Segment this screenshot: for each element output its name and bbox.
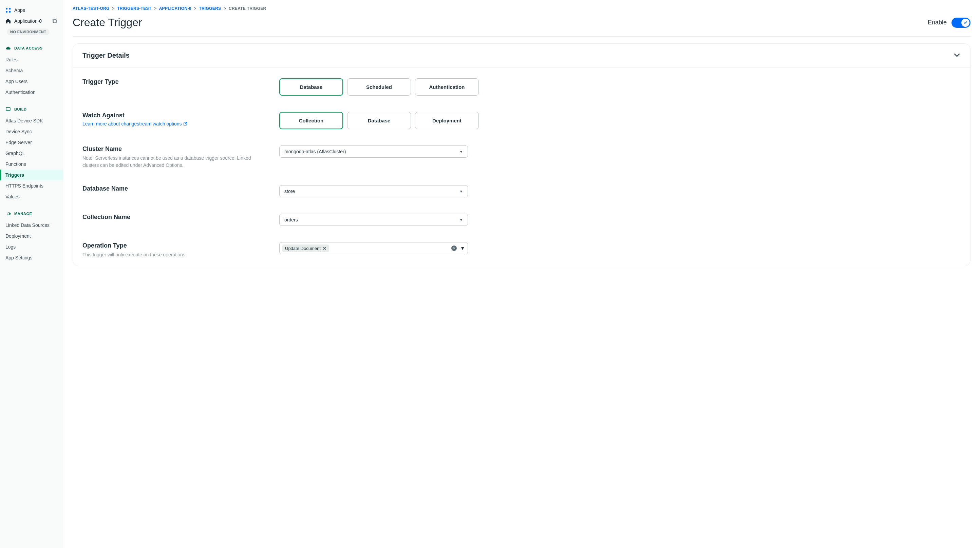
breadcrumb-org[interactable]: ATLAS-TEST-ORG — [73, 6, 110, 11]
chevron-down-icon — [953, 51, 961, 60]
row-database-name: Database Name store ▼ — [83, 177, 961, 205]
sidebar-item-app-settings[interactable]: App Settings — [0, 252, 63, 263]
toggle-knob — [961, 19, 969, 27]
watch-collection[interactable]: Collection — [279, 112, 343, 129]
select-collection-name[interactable]: orders ▼ — [279, 214, 468, 226]
sidebar-item-triggers[interactable]: Triggers — [0, 170, 63, 180]
svg-rect-2 — [6, 11, 8, 13]
sidebar-app-name[interactable]: Application-0 — [0, 16, 63, 27]
select-database-name[interactable]: store ▼ — [279, 185, 468, 197]
sidebar-header-build: BUILD — [0, 104, 63, 114]
sidebar-item-https-endpoints[interactable]: HTTPS Endpoints — [0, 180, 63, 191]
card-title: Trigger Details — [83, 52, 130, 59]
sidebar-item-graphql[interactable]: GraphQL — [0, 148, 63, 159]
select-database-value: store — [284, 189, 295, 194]
desc-cluster-name: Note: Serverless instances cannot be use… — [83, 155, 266, 169]
env-badge: NO ENVIRONMENT — [7, 29, 49, 35]
chip-update-document: Update Document ✕ — [282, 245, 329, 252]
link-changestream-docs[interactable]: Learn more about changestream watch opti… — [83, 121, 187, 127]
sidebar-item-linked-data-sources[interactable]: Linked Data Sources — [0, 220, 63, 230]
sidebar-header-manage: MANAGE — [0, 208, 63, 219]
clear-all-icon[interactable]: ✕ — [451, 246, 457, 251]
external-link-icon — [183, 122, 187, 126]
app-name-label: Application-0 — [14, 18, 42, 24]
label-collection-name: Collection Name — [83, 214, 266, 221]
sidebar-apps[interactable]: Apps — [0, 5, 63, 16]
sidebar-item-atlas-device-sdk[interactable]: Atlas Device SDK — [0, 115, 63, 126]
home-icon — [5, 18, 11, 24]
breadcrumb-sep: > — [154, 6, 156, 11]
svg-rect-4 — [53, 20, 56, 23]
segmented-watch-against: Collection Database Deployment — [279, 112, 961, 129]
select-cluster-name[interactable]: mongodb-atlas (AtlasCluster) ▼ — [279, 146, 468, 158]
caret-down-icon: ▼ — [460, 218, 463, 222]
breadcrumb-sep: > — [224, 6, 226, 11]
sidebar-item-app-users[interactable]: App Users — [0, 76, 63, 87]
laptop-icon — [5, 106, 11, 112]
watch-database[interactable]: Database — [347, 112, 411, 129]
sidebar-item-edge-server[interactable]: Edge Server — [0, 137, 63, 148]
row-watch-against: Watch Against Learn more about changestr… — [83, 104, 961, 137]
sidebar-header-data-access: DATA ACCESS — [0, 43, 63, 54]
enable-label: Enable — [928, 19, 947, 26]
row-collection-name: Collection Name orders ▼ — [83, 205, 961, 234]
multiselect-operation-type[interactable]: Update Document ✕ ✕ ▼ — [279, 242, 468, 254]
sidebar-item-values[interactable]: Values — [0, 191, 63, 202]
desc-operation-type: This trigger will only execute on these … — [83, 251, 266, 258]
breadcrumb-triggers[interactable]: TRIGGERS — [199, 6, 221, 11]
card-body: Trigger Type Database Scheduled Authenti… — [73, 67, 970, 266]
apps-grid-icon — [5, 8, 11, 13]
gear-icon — [5, 211, 11, 216]
select-collection-value: orders — [284, 217, 298, 222]
breadcrumb-project[interactable]: TRIGGERS-TEST — [117, 6, 151, 11]
sidebar-apps-label: Apps — [14, 8, 25, 13]
label-watch-against: Watch Against — [83, 112, 266, 119]
label-trigger-type: Trigger Type — [83, 78, 266, 86]
watch-deployment[interactable]: Deployment — [415, 112, 479, 129]
breadcrumb-app[interactable]: APPLICATION-0 — [159, 6, 191, 11]
cloud-icon — [5, 45, 11, 51]
label-operation-type: Operation Type — [83, 242, 266, 249]
row-operation-type: Operation Type This trigger will only ex… — [83, 234, 961, 262]
trigger-details-card: Trigger Details Trigger Type Database Sc… — [73, 43, 970, 266]
svg-rect-0 — [6, 8, 8, 10]
page-title: Create Trigger — [73, 16, 142, 29]
page-header: Create Trigger Enable — [73, 16, 970, 37]
row-cluster-name: Cluster Name Note: Serverless instances … — [83, 137, 961, 177]
copy-stack-icon[interactable] — [52, 18, 57, 24]
svg-rect-5 — [6, 108, 10, 110]
breadcrumb-sep: > — [112, 6, 115, 11]
sidebar: Apps Application-0 NO ENVIRONMENT DATA A… — [0, 0, 63, 548]
svg-rect-1 — [9, 8, 11, 10]
chip-remove-icon[interactable]: ✕ — [323, 246, 326, 251]
main-content: ATLAS-TEST-ORG > TRIGGERS-TEST > APPLICA… — [63, 0, 980, 548]
breadcrumb-current: CREATE TRIGGER — [229, 6, 266, 11]
sidebar-item-rules[interactable]: Rules — [0, 54, 63, 65]
sidebar-item-deployment[interactable]: Deployment — [0, 230, 63, 241]
label-cluster-name: Cluster Name — [83, 146, 266, 152]
sidebar-item-authentication[interactable]: Authentication — [0, 87, 63, 98]
sidebar-item-device-sync[interactable]: Device Sync — [0, 126, 63, 137]
select-cluster-value: mongodb-atlas (AtlasCluster) — [284, 149, 346, 154]
trigger-type-database[interactable]: Database — [279, 78, 343, 95]
breadcrumb: ATLAS-TEST-ORG > TRIGGERS-TEST > APPLICA… — [73, 6, 970, 11]
sidebar-item-schema[interactable]: Schema — [0, 65, 63, 76]
label-database-name: Database Name — [83, 185, 266, 192]
check-icon — [963, 21, 967, 25]
trigger-type-scheduled[interactable]: Scheduled — [347, 78, 411, 95]
enable-toggle[interactable] — [951, 17, 970, 28]
card-header[interactable]: Trigger Details — [73, 44, 970, 67]
segmented-trigger-type: Database Scheduled Authentication — [279, 78, 961, 95]
caret-down-icon: ▼ — [460, 246, 465, 251]
breadcrumb-sep: > — [194, 6, 196, 11]
row-trigger-type: Trigger Type Database Scheduled Authenti… — [83, 70, 961, 104]
sidebar-item-functions[interactable]: Functions — [0, 159, 63, 170]
trigger-type-authentication[interactable]: Authentication — [415, 78, 479, 95]
caret-down-icon: ▼ — [460, 189, 463, 193]
svg-rect-3 — [9, 11, 11, 13]
caret-down-icon: ▼ — [460, 150, 463, 154]
sidebar-item-logs[interactable]: Logs — [0, 241, 63, 252]
enable-row: Enable — [928, 17, 970, 28]
